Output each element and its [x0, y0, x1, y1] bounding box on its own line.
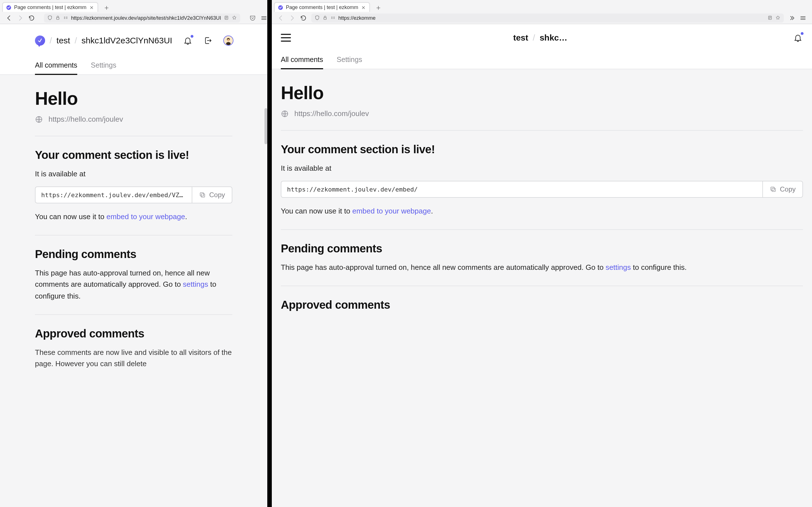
tab-all-comments[interactable]: All comments: [35, 57, 77, 74]
breadcrumb-site[interactable]: test: [56, 36, 70, 45]
section-live-heading: Your comment section is live!: [35, 149, 232, 162]
section-live-intro: It is available at: [281, 163, 803, 174]
svg-point-6: [227, 39, 230, 41]
settings-link[interactable]: settings: [183, 280, 208, 289]
page-title: Hello: [35, 89, 232, 109]
tab-strip: Page comments | test | ezkomm: [272, 0, 812, 12]
plus-icon: [104, 5, 109, 11]
copy-icon: [770, 186, 776, 193]
app-menu-icon[interactable]: [260, 14, 267, 21]
new-tab-button[interactable]: [103, 4, 110, 12]
reload-button[interactable]: [300, 14, 307, 21]
breadcrumb-page[interactable]: shkc1...: [540, 33, 571, 42]
tab-settings[interactable]: Settings: [91, 57, 116, 74]
page-url-text: https://hello.com/joulev: [294, 109, 369, 118]
back-button[interactable]: [6, 14, 12, 21]
section-live-intro: It is available at: [35, 168, 232, 180]
left-browser-window: Page comments | test | ezkomm https://ez…: [0, 0, 267, 507]
url-text: https://ezkomme: [338, 15, 765, 20]
svg-rect-14: [772, 188, 775, 191]
page-tabs: All comments Settings: [272, 51, 812, 69]
tab-all-comments[interactable]: All comments: [281, 51, 323, 69]
close-tab-icon[interactable]: [361, 5, 366, 10]
browser-toolbar-left: https://ezkomment.joulev.dev/app/site/te…: [0, 12, 267, 24]
new-tab-button[interactable]: [374, 4, 382, 12]
page-title: Hello: [281, 83, 803, 104]
section-live-outro: You can now use it to embed to your webp…: [281, 206, 803, 217]
svg-rect-9: [200, 193, 204, 196]
section-live-heading: Your comment section is live!: [281, 143, 803, 156]
browser-tab[interactable]: Page comments | test | ezkomm: [2, 2, 98, 12]
scrollbar-thumb[interactable]: [264, 108, 267, 144]
reader-mode-icon[interactable]: [767, 15, 772, 20]
pocket-icon[interactable]: [249, 14, 256, 21]
window-divider[interactable]: [267, 0, 272, 507]
app-header-mobile: test / shkc1...: [272, 24, 812, 51]
overflow-icon[interactable]: [788, 14, 795, 21]
lock-icon: [322, 15, 327, 20]
app-left: / test / shkc1ldV2e3ClYnN63UI All commen…: [0, 24, 267, 75]
settings-link[interactable]: settings: [606, 263, 631, 272]
embed-url-row: Copy: [281, 181, 803, 198]
app-header: / test / shkc1ldV2e3ClYnN63UI: [0, 24, 267, 57]
embed-url-input[interactable]: [281, 181, 762, 198]
divider: [281, 286, 803, 286]
svg-rect-1: [57, 17, 59, 19]
notification-dot-icon: [191, 35, 193, 38]
logout-button[interactable]: [203, 35, 213, 45]
page-body-right: Hello https://hello.com/joulev Your comm…: [272, 69, 812, 507]
embed-url-row: Copy: [35, 186, 232, 203]
menu-button[interactable]: [281, 34, 291, 41]
bookmark-star-icon[interactable]: [775, 15, 780, 20]
user-avatar[interactable]: [223, 35, 234, 45]
copy-button[interactable]: Copy: [762, 181, 803, 198]
svg-rect-8: [201, 194, 205, 197]
app-right: test / shkc1... All comments Settings: [272, 24, 812, 69]
browser-tab[interactable]: Page comments | test | ezkomm: [274, 2, 370, 12]
browser-tab-title: Page comments | test | ezkomm: [14, 4, 86, 10]
browser-tab-title: Page comments | test | ezkomm: [286, 4, 358, 10]
section-pending-heading: Pending comments: [35, 248, 232, 261]
section-live-outro: You can now use it to embed to your webp…: [35, 211, 232, 223]
url-bar[interactable]: https://ezkomment.joulev.dev/app/site/te…: [44, 13, 240, 22]
section-approved-heading: Approved comments: [35, 327, 232, 340]
notifications-button[interactable]: [183, 35, 193, 45]
notification-dot-icon: [801, 32, 804, 35]
browser-chrome-left: Page comments | test | ezkomm https://ez…: [0, 0, 267, 24]
close-tab-icon[interactable]: [89, 5, 94, 10]
breadcrumb-sep: /: [533, 33, 535, 42]
section-pending-body: This page has auto-approval turned on, h…: [281, 262, 803, 274]
notifications-button[interactable]: [793, 33, 803, 43]
favicon-icon: [278, 5, 283, 10]
app-menu-icon[interactable]: [800, 14, 806, 21]
copy-button[interactable]: Copy: [192, 186, 232, 203]
forward-button[interactable]: [17, 14, 24, 21]
breadcrumb-sep: /: [50, 36, 52, 45]
page-url-text: https://hello.com/joulev: [49, 115, 123, 123]
url-bar[interactable]: https://ezkomme: [311, 13, 784, 22]
copy-button-label: Copy: [780, 185, 796, 193]
tab-settings[interactable]: Settings: [337, 51, 362, 69]
section-approved-body-cut: These comments are now live and visible …: [35, 347, 232, 370]
divider: [35, 235, 232, 236]
tracking-icon: [63, 15, 68, 20]
reload-button[interactable]: [28, 14, 35, 21]
reader-mode-icon[interactable]: [224, 15, 229, 20]
bookmark-star-icon[interactable]: [232, 15, 237, 20]
breadcrumb-site[interactable]: test: [513, 33, 528, 42]
shield-icon: [315, 15, 320, 20]
favicon-icon: [6, 5, 11, 10]
browser-toolbar-right: https://ezkomme: [272, 12, 812, 24]
back-button[interactable]: [277, 14, 284, 21]
embed-docs-link[interactable]: embed to your webpage: [106, 212, 185, 221]
divider: [281, 130, 803, 131]
app-logo[interactable]: [35, 35, 45, 45]
breadcrumb-page[interactable]: shkc1ldV2e3ClYnN63UI: [82, 36, 172, 45]
forward-button[interactable]: [289, 14, 296, 21]
section-approved-heading: Approved comments: [281, 299, 803, 312]
embed-docs-link[interactable]: embed to your webpage: [352, 207, 431, 215]
embed-url-input[interactable]: [35, 186, 192, 203]
lock-icon: [55, 15, 60, 20]
page-url-row: https://hello.com/joulev: [35, 115, 232, 123]
section-pending-body: This page has auto-approval turned on, h…: [35, 268, 232, 302]
